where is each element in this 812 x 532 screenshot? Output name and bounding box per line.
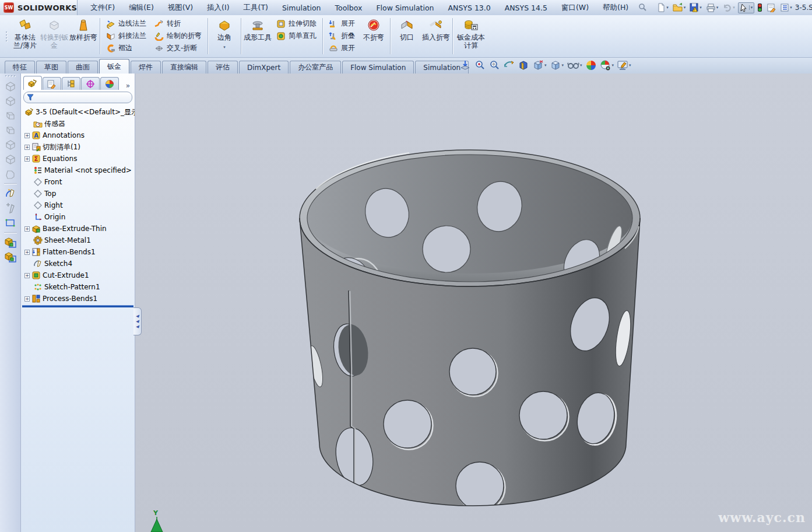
menu-toolbox[interactable]: Toolbox xyxy=(328,1,370,15)
apply-scene-button[interactable]: ▾ xyxy=(600,60,614,71)
menu-simulation[interactable]: Simulation xyxy=(275,1,328,15)
view-cube-back-icon[interactable] xyxy=(4,93,17,108)
tree-filter-input[interactable] xyxy=(23,92,132,103)
rollback-bar[interactable] xyxy=(22,305,133,307)
menu-file[interactable]: 文件(F) xyxy=(83,1,122,15)
fold-button[interactable]: 折叠 xyxy=(325,30,359,42)
corner-button[interactable]: 边角 ▾ xyxy=(210,15,239,57)
tree-item-top-plane[interactable]: Top xyxy=(21,188,135,200)
sheet-metal-cost-button[interactable]: 钣金成本计算 xyxy=(455,15,487,57)
new-document-button[interactable]: ▾ xyxy=(655,2,670,13)
zoom-to-fit-button[interactable] xyxy=(459,60,471,71)
sketch-icon[interactable] xyxy=(4,186,17,201)
menu-window[interactable]: 窗口(W) xyxy=(554,1,596,15)
menu-tools[interactable]: 工具(T) xyxy=(237,1,275,15)
tree-item-equations[interactable]: + Σ Equations xyxy=(21,153,135,164)
menu-insert[interactable]: 插入(I) xyxy=(200,1,236,15)
menu-view[interactable]: 视图(V) xyxy=(161,1,200,15)
tab-direct-editing[interactable]: 直接编辑 xyxy=(162,61,206,74)
tab-surfaces[interactable]: 曲面 xyxy=(68,61,98,74)
tab-flow-simulation[interactable]: Flow Simulation xyxy=(342,61,414,74)
tree-item-right-plane[interactable]: Right xyxy=(21,200,135,211)
insert-bends-button[interactable]: 插入折弯 xyxy=(421,15,451,57)
tree-item-sensors[interactable]: 传感器 xyxy=(21,118,135,130)
tab-configuration-manager[interactable] xyxy=(62,77,80,90)
view-settings-button[interactable]: ▾ xyxy=(617,60,631,71)
save-button[interactable]: !▾ xyxy=(688,2,703,13)
tree-item-origin[interactable]: Origin xyxy=(21,211,135,223)
tree-item-sketch-pattern1[interactable]: Sketch-Pattern1 xyxy=(21,281,135,293)
tab-sheet-metal[interactable]: 钣金 xyxy=(99,59,129,74)
view-cube-left-icon[interactable] xyxy=(4,108,17,123)
tree-item-material[interactable]: Material <not specified> xyxy=(21,164,135,176)
tree-item-flatten-bends1[interactable]: + Flatten-Bends1 xyxy=(21,246,135,258)
section-view-button[interactable] xyxy=(518,60,529,71)
tree-item-root[interactable]: 3-5 (Default<<Default>_显示 xyxy=(21,106,135,118)
search-icon[interactable] xyxy=(638,2,647,13)
zoom-to-area-button[interactable] xyxy=(474,60,486,71)
tree-item-sketch4[interactable]: Sketch4 xyxy=(21,258,135,270)
miter-flange-button[interactable]: 斜接法兰 xyxy=(102,30,150,42)
tab-property-manager[interactable] xyxy=(43,77,61,90)
tab-evaluate[interactable]: 评估 xyxy=(208,61,238,74)
sketched-bend-button[interactable]: 绘制的折弯 xyxy=(150,30,206,42)
tab-display-manager[interactable] xyxy=(100,77,119,90)
toolbar-grip[interactable] xyxy=(6,15,9,57)
expand-icon[interactable]: + xyxy=(24,296,30,302)
cross-break-button[interactable]: 交叉-折断 xyxy=(150,42,206,54)
select-tool-button[interactable]: ▾ xyxy=(738,2,755,13)
expand-icon[interactable]: + xyxy=(24,226,30,232)
hide-show-items-button[interactable]: ▾ xyxy=(567,60,582,71)
tree-item-process-bends1[interactable]: + Process-Bends1 xyxy=(21,293,135,304)
menu-ansys-14[interactable]: ANSYS 14.5 xyxy=(498,1,554,15)
menu-flow-simulation[interactable]: Flow Simulation xyxy=(369,1,441,15)
panel-tabs-overflow[interactable]: » xyxy=(126,82,133,90)
expand-icon[interactable]: + xyxy=(24,250,30,255)
view-cube-right-icon[interactable] xyxy=(4,123,17,137)
tree-item-cutlist[interactable]: + 切割清单(1) xyxy=(21,141,135,153)
view-cube-top-icon[interactable] xyxy=(4,137,17,152)
menu-help[interactable]: 帮助(H) xyxy=(596,1,635,15)
lofted-bend-button[interactable]: 放样折弯 xyxy=(69,15,98,57)
view-cube-front-icon[interactable] xyxy=(4,79,17,93)
jog-button[interactable]: 转折 xyxy=(150,18,206,30)
tab-office-products[interactable]: 办公室产品 xyxy=(290,61,341,74)
graphics-viewport[interactable]: Y www.ayc.cn xyxy=(135,74,812,532)
tree-item-base-extrude-thin[interactable]: + Base-Extrude-Thin xyxy=(21,223,135,235)
corner-caret[interactable]: ▾ xyxy=(223,43,226,51)
base-flange-button[interactable]: 基体法兰/薄片 xyxy=(10,15,40,57)
open-button[interactable]: ▾ xyxy=(672,2,687,13)
tab-dimxpert-manager[interactable] xyxy=(81,77,100,90)
extrude-cut-icon[interactable] xyxy=(3,250,17,264)
panel-collapse-handle[interactable]: ◀◀◀ xyxy=(133,307,142,335)
rip-button[interactable]: 切口 xyxy=(392,15,421,57)
view-cube-bottom-icon[interactable] xyxy=(4,152,17,166)
simple-hole-button[interactable]: 简单直孔 xyxy=(272,30,321,42)
menu-edit[interactable]: 编辑(E) xyxy=(122,1,161,15)
view-isometric-icon[interactable] xyxy=(4,166,17,181)
select-tool-caret[interactable]: ▾ xyxy=(749,5,753,10)
menu-ansys-13[interactable]: ANSYS 13.0 xyxy=(441,1,498,15)
edge-flange-button[interactable]: 边线法兰 xyxy=(102,18,150,30)
sketch-plane-icon[interactable] xyxy=(4,215,17,230)
view-orientation-button[interactable]: ▾ xyxy=(532,60,547,71)
forming-tool-button[interactable]: 成形工具 xyxy=(243,15,272,57)
tree-item-cut-extrude1[interactable]: + Cut-Extrude1 xyxy=(21,270,135,281)
unfold-button[interactable]: 展开 xyxy=(325,18,359,30)
edit-appearance-button[interactable] xyxy=(585,60,597,71)
flatten-button[interactable]: 展开 xyxy=(325,42,359,54)
left-toolbar-grip[interactable] xyxy=(5,75,15,76)
rotate-view-button[interactable] xyxy=(503,60,515,71)
extruded-cut-button[interactable]: 拉伸切除 xyxy=(272,18,321,30)
no-bends-button[interactable]: 不折弯 xyxy=(359,15,388,57)
zoom-in-out-button[interactable] xyxy=(488,60,500,71)
file-properties-button[interactable] xyxy=(765,2,777,13)
print-button[interactable]: ▾ xyxy=(705,2,720,13)
tab-sketch[interactable]: 草图 xyxy=(36,61,66,74)
3d-sketch-icon[interactable] xyxy=(4,201,17,215)
expand-icon[interactable]: + xyxy=(24,273,30,278)
tree-item-front-plane[interactable]: Front xyxy=(21,176,135,188)
convert-to-sheetmetal-button[interactable]: 转换到钣金 xyxy=(40,15,69,57)
tab-features[interactable]: 特征 xyxy=(5,61,35,74)
display-style-button[interactable]: ▾ xyxy=(550,60,564,71)
